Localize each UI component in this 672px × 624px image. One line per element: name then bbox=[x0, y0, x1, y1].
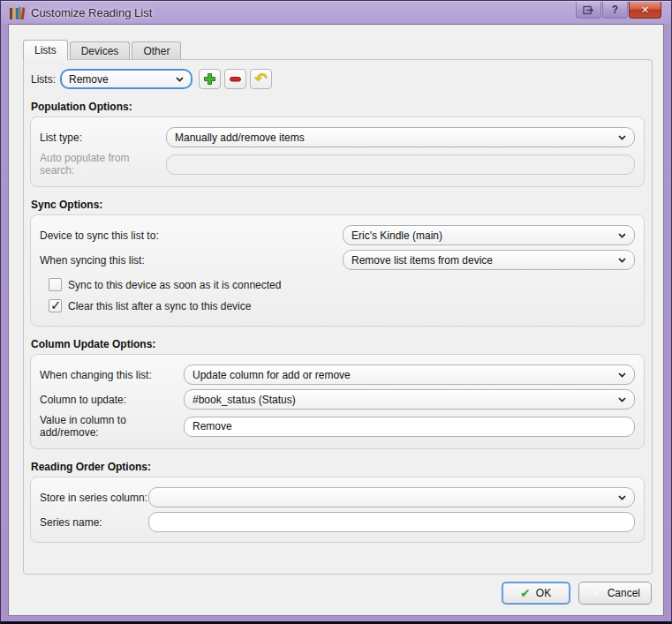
sync-options-header: Sync Options: bbox=[31, 199, 645, 211]
ok-button[interactable]: ✔ OK bbox=[502, 582, 570, 605]
value-in-column-label: Value in column to add/remove: bbox=[40, 414, 184, 439]
when-changing-select[interactable]: Update column for add or remove bbox=[184, 365, 635, 385]
sync-device-row: Device to sync this list to: Eric's Kind… bbox=[40, 225, 635, 245]
help-button[interactable]: ? bbox=[602, 2, 628, 19]
lists-select-value: Remove bbox=[69, 73, 170, 86]
window-title: Customize Reading List bbox=[31, 6, 152, 19]
lists-selector-row: Lists: Remove bbox=[31, 69, 645, 89]
tab-lists-label: Lists bbox=[34, 44, 57, 56]
column-to-update-value: #book_status (Status) bbox=[193, 394, 613, 406]
clear-after-sync-label: Clear this list after a sync to this dev… bbox=[68, 300, 251, 312]
reading-order-options-header: Reading Order Options: bbox=[31, 461, 645, 473]
sync-options-group: Device to sync this list to: Eric's Kind… bbox=[30, 214, 645, 327]
window-arrow-icon bbox=[583, 5, 594, 15]
column-to-update-label: Column to update: bbox=[40, 394, 184, 406]
chevron-down-icon bbox=[618, 372, 626, 378]
column-to-update-row: Column to update: #book_status (Status) bbox=[40, 389, 635, 410]
tab-devices[interactable]: Devices bbox=[70, 41, 131, 61]
list-type-value: Manually add/remove items bbox=[175, 132, 613, 144]
auto-populate-row: Auto populate from search: bbox=[40, 152, 635, 177]
column-to-update-select[interactable]: #book_status (Status) bbox=[184, 389, 635, 410]
cross-circle-icon: ✕ bbox=[590, 587, 602, 599]
list-type-row: List type: Manually add/remove items bbox=[40, 127, 635, 147]
dialog-body: Lists Devices Other Lists: Remove bbox=[8, 24, 664, 616]
question-mark-icon: ? bbox=[612, 4, 618, 16]
store-in-series-select[interactable] bbox=[148, 487, 635, 507]
chevron-down-icon bbox=[618, 233, 626, 238]
when-changing-label: When changing this list: bbox=[40, 369, 184, 381]
when-changing-value: Update column for add or remove bbox=[193, 369, 613, 381]
tab-other[interactable]: Other bbox=[132, 41, 181, 61]
tab-bar: Lists Devices Other bbox=[23, 40, 653, 59]
undo-arrow-icon: ↶ bbox=[254, 71, 267, 86]
sync-device-select[interactable]: Eric's Kindle (main) bbox=[343, 225, 635, 245]
customize-reading-list-dialog: Customize Reading List ? ✕ Lists Devices… bbox=[0, 0, 672, 624]
series-name-label: Series name: bbox=[40, 516, 148, 529]
value-in-column-row: Value in column to add/remove: bbox=[40, 414, 635, 439]
store-in-series-row: Store in series column: bbox=[40, 487, 635, 507]
when-changing-row: When changing this list: Update column f… bbox=[40, 365, 635, 385]
tab-lists[interactable]: Lists bbox=[23, 40, 68, 60]
clear-after-sync-row: Clear this list after a sync to this dev… bbox=[49, 299, 635, 312]
sync-connected-row: Sync to this device as soon as it is con… bbox=[49, 278, 635, 291]
sync-connected-label: Sync to this device as soon as it is con… bbox=[68, 279, 281, 291]
store-in-series-label: Store in series column: bbox=[40, 492, 148, 504]
when-syncing-select[interactable]: Remove list items from device bbox=[343, 250, 635, 270]
series-name-input[interactable] bbox=[148, 512, 635, 532]
book-stack-icon bbox=[10, 6, 25, 19]
when-syncing-label: When syncing this list: bbox=[40, 254, 343, 267]
ok-button-label: OK bbox=[536, 587, 551, 599]
lists-label: Lists: bbox=[31, 73, 60, 86]
checkmark-icon: ✔ bbox=[520, 587, 531, 599]
tab-devices-label: Devices bbox=[81, 45, 119, 57]
when-syncing-value: Remove list items from device bbox=[351, 254, 613, 267]
lists-select[interactable]: Remove bbox=[60, 69, 193, 89]
minus-icon bbox=[229, 72, 242, 86]
clear-after-sync-checkbox[interactable] bbox=[49, 299, 62, 312]
sync-connected-checkbox[interactable] bbox=[49, 278, 62, 291]
when-syncing-row: When syncing this list: Remove list item… bbox=[40, 250, 635, 270]
add-list-button[interactable] bbox=[199, 69, 221, 89]
chevron-down-icon bbox=[618, 495, 626, 500]
titlebar[interactable]: Customize Reading List ? ✕ bbox=[1, 1, 671, 24]
population-options-group: List type: Manually add/remove items Aut… bbox=[30, 117, 645, 187]
list-type-select[interactable]: Manually add/remove items bbox=[166, 127, 635, 147]
remove-list-button[interactable] bbox=[224, 69, 246, 89]
auto-populate-input[interactable] bbox=[166, 154, 635, 175]
cancel-button-label: Cancel bbox=[608, 587, 640, 599]
column-update-options-header: Column Update Options: bbox=[31, 338, 645, 350]
chevron-down-icon bbox=[618, 397, 626, 402]
chevron-down-icon bbox=[618, 258, 626, 263]
cancel-button[interactable]: ✕ Cancel bbox=[578, 582, 652, 605]
caption-buttons: ? ✕ bbox=[575, 2, 661, 19]
list-type-label: List type: bbox=[40, 132, 166, 144]
reading-order-options-group: Store in series column: Series name: bbox=[30, 477, 645, 543]
button-box: ✔ OK ✕ Cancel bbox=[23, 575, 653, 615]
chevron-down-icon bbox=[618, 135, 626, 140]
chevron-down-icon bbox=[176, 77, 184, 82]
lists-tab-pane: Lists: Remove bbox=[23, 59, 653, 575]
close-icon: ✕ bbox=[641, 4, 649, 16]
value-in-column-input[interactable] bbox=[184, 417, 635, 437]
close-button[interactable]: ✕ bbox=[629, 2, 661, 19]
series-name-row: Series name: bbox=[40, 512, 635, 532]
undock-button[interactable] bbox=[576, 2, 601, 19]
column-update-options-group: When changing this list: Update column f… bbox=[30, 354, 645, 449]
auto-populate-label: Auto populate from search: bbox=[40, 152, 166, 177]
sync-device-label: Device to sync this list to: bbox=[40, 229, 343, 242]
tab-other-label: Other bbox=[143, 45, 170, 57]
rename-list-button[interactable]: ↶ bbox=[250, 69, 272, 89]
plus-icon bbox=[203, 72, 216, 86]
sync-device-value: Eric's Kindle (main) bbox=[351, 229, 613, 242]
population-options-header: Population Options: bbox=[31, 101, 645, 113]
